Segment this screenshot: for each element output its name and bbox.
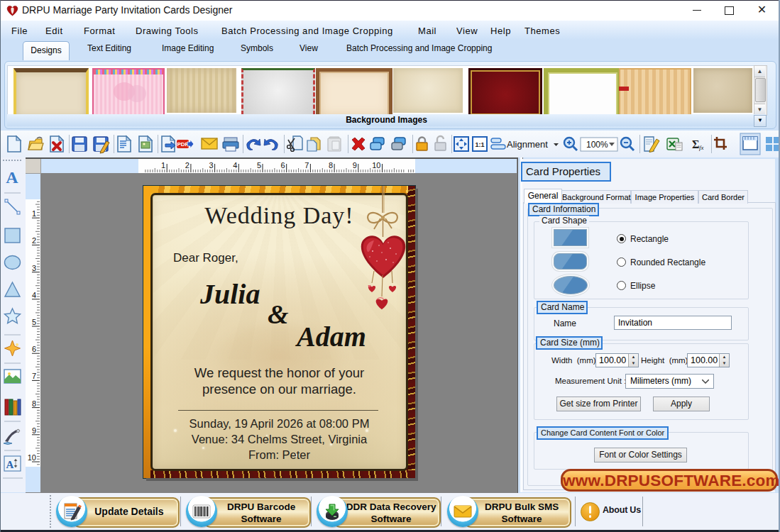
svg-text:A: A: [6, 459, 14, 470]
svg-text:3: 3: [209, 161, 213, 170]
svg-text:6: 6: [281, 161, 285, 170]
svg-text:10: 10: [372, 161, 380, 170]
svg-text:10: 10: [28, 453, 36, 462]
svg-text:A: A: [6, 168, 18, 187]
svg-text:4: 4: [32, 291, 36, 299]
svg-text:3: 3: [32, 264, 36, 272]
svg-text:Alignment: Alignment: [507, 139, 548, 150]
svg-text:9: 9: [353, 161, 357, 170]
svg-text:7: 7: [304, 161, 309, 170]
svg-text:100%: 100%: [586, 140, 608, 150]
svg-text:1: 1: [161, 161, 165, 170]
svg-text:PDF: PDF: [177, 141, 189, 148]
svg-text:5: 5: [32, 318, 36, 326]
svg-text:1:1: 1:1: [475, 141, 484, 148]
svg-text:8: 8: [32, 399, 36, 408]
svg-text:8: 8: [329, 161, 333, 170]
svg-text:Σ: Σ: [692, 138, 699, 150]
svg-text:7: 7: [32, 372, 36, 380]
svg-text:5: 5: [257, 161, 261, 170]
svg-text:6: 6: [32, 345, 36, 353]
svg-text:2: 2: [32, 236, 36, 245]
svg-text:9: 9: [32, 426, 36, 435]
svg-text:1: 1: [32, 209, 36, 218]
svg-text:2: 2: [185, 161, 189, 170]
svg-text:fx: fx: [699, 144, 704, 151]
svg-text:4: 4: [233, 161, 237, 170]
